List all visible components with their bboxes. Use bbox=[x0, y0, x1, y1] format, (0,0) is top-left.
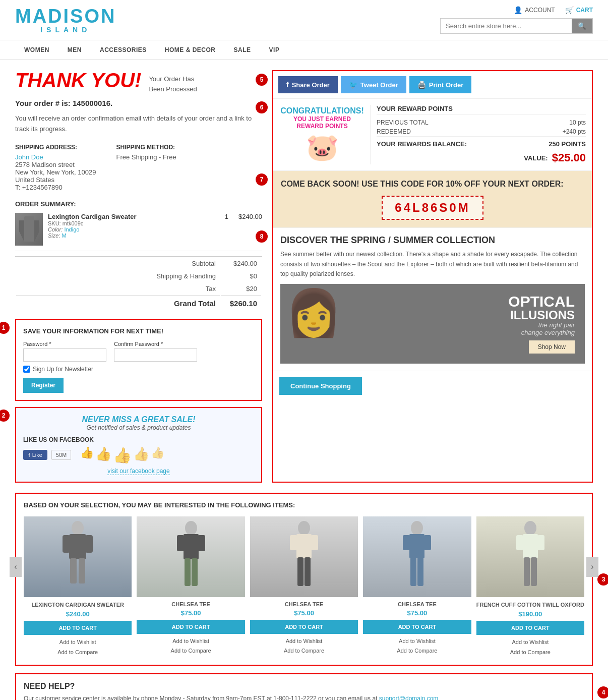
product-1-add-to-cart[interactable]: ADD TO CART bbox=[24, 621, 132, 635]
product-4-figure bbox=[399, 519, 435, 595]
continue-shopping-button[interactable]: Continue Shopping bbox=[279, 377, 362, 395]
password-input[interactable] bbox=[23, 348, 106, 362]
product-2-add-to-cart[interactable]: ADD TO CART bbox=[137, 620, 245, 634]
print-icon: 🖨️ bbox=[417, 81, 426, 89]
nav-item-home-decor[interactable]: HOME & DECOR bbox=[156, 40, 225, 60]
continue-shopping-area: Continue Shopping bbox=[273, 371, 592, 401]
product-5-compare[interactable]: Add to Compare bbox=[476, 648, 584, 658]
product-2-wishlist[interactable]: Add to Wishlist bbox=[137, 636, 245, 647]
product-3-add-to-cart[interactable]: ADD TO CART bbox=[250, 620, 358, 634]
balance-row: YOUR REWARDS BALANCE: 250 POINTS bbox=[377, 139, 586, 149]
svg-rect-30 bbox=[516, 535, 523, 550]
redeemed-label: REDEEMED bbox=[377, 128, 411, 135]
svg-rect-20 bbox=[297, 557, 303, 586]
sku-value: mtk009c bbox=[63, 220, 84, 226]
product-2-price: $75.00 bbox=[137, 609, 245, 617]
like-us-label: LIKE US ON FACEBOOK bbox=[23, 436, 254, 443]
right-column: 5 f Share Order 🐦 Tweet Order 🖨️ Print O… bbox=[272, 70, 593, 483]
recommendations-title: BASED ON YOUR SELECTION, YOU MAY BE INTE… bbox=[24, 501, 584, 509]
newsletter-checkbox[interactable] bbox=[23, 366, 30, 373]
item-qty-price: 1 $240.00 bbox=[225, 213, 262, 220]
fb-page-link[interactable]: visit our facebook page bbox=[107, 468, 169, 475]
product-4-wishlist[interactable]: Add to Wishlist bbox=[363, 636, 471, 647]
shipping-address-label: SHIPPING ADDRESS: bbox=[15, 144, 96, 151]
search-input[interactable] bbox=[441, 19, 572, 33]
product-card-1: LEXINGTON CARDIGAN SWEATER $240.00 ADD T… bbox=[24, 516, 132, 658]
svg-point-16 bbox=[298, 521, 310, 535]
previous-total-row: PREVIOUS TOTAL 10 pts bbox=[377, 118, 586, 127]
confirm-password-group: Confirm Password * bbox=[114, 341, 197, 362]
nav-item-women[interactable]: WOMEN bbox=[15, 40, 58, 60]
logo-island[interactable]: ISLAND bbox=[40, 26, 91, 34]
badge-4: 4 bbox=[597, 686, 608, 698]
color-value: Indigo bbox=[64, 226, 79, 232]
product-5-links: Add to Wishlist Add to Compare bbox=[476, 637, 584, 658]
thumb-4: 👍 bbox=[133, 446, 149, 464]
product-4-links: Add to Wishlist Add to Compare bbox=[363, 636, 471, 657]
product-4-name: CHELSEA TEE bbox=[363, 601, 471, 607]
nav-item-accessories[interactable]: ACCESSORIES bbox=[91, 40, 156, 60]
tax-value: $20 bbox=[221, 283, 261, 295]
product-4-compare[interactable]: Add to Compare bbox=[363, 646, 471, 656]
carousel-next-button[interactable]: › bbox=[586, 557, 598, 577]
register-button[interactable]: Register bbox=[23, 378, 64, 393]
badge-7: 7 bbox=[256, 173, 268, 186]
tweet-order-button[interactable]: 🐦 Tweet Order bbox=[341, 76, 406, 93]
order-processed-text: Your Order Has Been Processed bbox=[149, 70, 197, 94]
print-order-button[interactable]: 🖨️ Print Order bbox=[409, 76, 472, 93]
shop-now-button[interactable]: Shop Now bbox=[529, 340, 575, 354]
cart-link[interactable]: 🛒 CART bbox=[565, 6, 593, 14]
shipping-address-block: SHIPPING ADDRESS: John Doe 2578 Madison … bbox=[15, 144, 96, 191]
logo-madison[interactable]: MADISON bbox=[15, 7, 116, 26]
congrats-subtitle2: REWARD POINTS bbox=[279, 123, 365, 130]
product-card-3: CHELSEA TEE $75.00 ADD TO CART Add to Wi… bbox=[250, 516, 358, 657]
svg-rect-18 bbox=[290, 535, 297, 550]
collection-section: 8 DISCOVER THE SPRING / SUMMER COLLECTIO… bbox=[273, 228, 592, 371]
print-order-label: Print Order bbox=[429, 81, 464, 89]
nav-item-men[interactable]: MEN bbox=[58, 40, 91, 60]
password-label: Password * bbox=[23, 341, 106, 347]
product-1-wishlist[interactable]: Add to Wishlist bbox=[24, 637, 132, 648]
nav-item-vip[interactable]: VIP bbox=[260, 40, 289, 60]
order-summary: ORDER SUMMARY: Lexington Cardigan Sweate… bbox=[15, 200, 262, 312]
product-1-compare[interactable]: Add to Compare bbox=[24, 648, 132, 658]
account-link[interactable]: 👤 ACCOUNT bbox=[514, 6, 555, 14]
product-3-links: Add to Wishlist Add to Compare bbox=[250, 636, 358, 657]
fb-like-button[interactable]: f Like bbox=[23, 450, 47, 460]
product-5-name: FRENCH CUFF COTTON TWILL OXFORD bbox=[476, 601, 584, 608]
carousel-prev-button[interactable]: ‹ bbox=[10, 557, 22, 577]
product-3-compare[interactable]: Add to Compare bbox=[250, 646, 358, 656]
nav-item-sale[interactable]: SALE bbox=[225, 40, 260, 60]
product-1-figure bbox=[60, 519, 95, 595]
confirm-password-input[interactable] bbox=[114, 348, 197, 362]
product-1-price: $240.00 bbox=[24, 610, 132, 618]
svg-rect-17 bbox=[296, 534, 312, 558]
badge-2: 2 bbox=[0, 410, 10, 422]
product-4-add-to-cart[interactable]: ADD TO CART bbox=[363, 620, 471, 634]
svg-rect-31 bbox=[537, 535, 544, 550]
product-5-wishlist[interactable]: Add to Wishlist bbox=[476, 637, 584, 648]
shipping-method-block: SHIPPING METHOD: Free Shipping - Free bbox=[116, 144, 176, 191]
value-amount: $25.00 bbox=[552, 151, 586, 164]
value-row: VALUE: $25.00 bbox=[377, 151, 586, 164]
thank-you-header: THANK YOU! Your Order Has Been Processed bbox=[15, 70, 262, 94]
product-3-price: $75.00 bbox=[250, 609, 358, 617]
product-2-figure bbox=[173, 519, 209, 595]
password-group: Password * bbox=[23, 341, 106, 362]
account-label: ACCOUNT bbox=[525, 7, 555, 14]
search-bar: 🔍 bbox=[440, 18, 593, 34]
twitter-icon: 🐦 bbox=[349, 81, 357, 89]
product-3-wishlist[interactable]: Add to Wishlist bbox=[250, 636, 358, 647]
shipping-city: New York, New York, 10029 bbox=[15, 168, 96, 176]
cart-label: CART bbox=[576, 7, 593, 14]
product-2-compare[interactable]: Add to Compare bbox=[137, 646, 245, 656]
product-5-add-to-cart[interactable]: ADD TO CART bbox=[476, 621, 584, 635]
badge-1: 1 bbox=[0, 322, 10, 334]
search-button[interactable]: 🔍 bbox=[572, 19, 592, 33]
support-email-link[interactable]: support@domain.com bbox=[379, 695, 439, 700]
share-order-button[interactable]: f Share Order bbox=[278, 76, 338, 93]
facebook-share-icon: f bbox=[286, 81, 289, 89]
item-price: $240.00 bbox=[238, 213, 262, 220]
redeemed-value: +240 pts bbox=[563, 128, 586, 135]
optical-title: OPTICAL bbox=[508, 294, 575, 309]
